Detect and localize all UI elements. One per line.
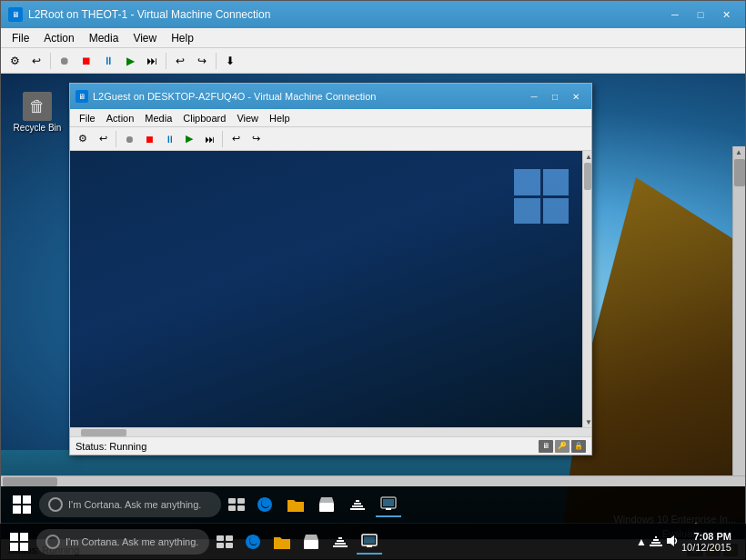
outer-cortana-icon (48, 497, 63, 512)
host-vm-active-icon[interactable] (357, 529, 382, 555)
recycle-bin-image: 🗑 (23, 92, 52, 121)
outer-minimize-button[interactable]: ─ (663, 5, 687, 24)
inner-toolbar-next[interactable]: ⏭ (200, 130, 218, 148)
outer-vm-scroll-thumb[interactable] (734, 159, 745, 186)
host-cortana-icon (45, 535, 60, 549)
inner-menu-media[interactable]: Media (139, 112, 177, 125)
svg-rect-35 (335, 543, 346, 545)
outer-folder-icon[interactable] (283, 492, 308, 517)
inner-scrollbar-thumb[interactable] (584, 163, 591, 190)
svg-rect-32 (217, 543, 224, 548)
inner-title-bar: 🖥 L2Guest on DESKTOP-A2FUQ4O - Virtual M… (70, 84, 591, 109)
outer-hscroll-thumb (3, 477, 57, 486)
svg-rect-16 (228, 505, 236, 511)
outer-window-title: L2Root on THEOT-1 - Virtual Machine Conn… (28, 8, 663, 21)
menu-item-action[interactable]: Action (36, 30, 81, 46)
toolbar-settings-btn[interactable]: ⚙ (5, 51, 25, 71)
inner-toolbar-back[interactable]: ↩ (227, 130, 245, 148)
toolbar-next-btn[interactable]: ⏭ (142, 51, 162, 71)
inner-toolbar-play[interactable]: ▶ (180, 130, 198, 148)
host-network-icon[interactable] (328, 529, 353, 555)
svg-rect-14 (228, 498, 236, 504)
inner-maximize-button[interactable]: □ (545, 88, 565, 105)
host-edge-icon[interactable] (240, 529, 266, 555)
inner-status-icons: 🖥 🔑 🔒 (539, 440, 586, 453)
toolbar-download-btn[interactable]: ⬇ (220, 51, 240, 71)
inner-toolbar-pause[interactable]: ⏸ (160, 130, 178, 148)
svg-rect-37 (337, 540, 344, 542)
toolbar-forward-btn[interactable]: ↪ (192, 51, 212, 71)
toolbar-undo-btn[interactable]: ↩ (26, 51, 46, 71)
outer-start-button[interactable] (8, 491, 35, 518)
inner-vm-screen[interactable]: I'm Cortana. Ask me anything. (70, 151, 582, 427)
inner-scroll-up-arrow[interactable]: ▲ (583, 151, 591, 162)
toolbar-play-btn[interactable]: ▶ (120, 51, 140, 71)
outer-scroll-up[interactable]: ▲ (733, 146, 744, 157)
inner-vm-window: 🖥 L2Guest on DESKTOP-A2FUQ4O - Virtual M… (69, 83, 592, 455)
inner-hscroll-thumb (81, 429, 126, 436)
inner-close-button[interactable]: ✕ (566, 88, 586, 105)
inner-toolbar-record[interactable]: ⏺ (120, 130, 138, 148)
inner-toolbar-forward[interactable]: ↪ (247, 130, 265, 148)
host-store-icon[interactable] (298, 529, 324, 555)
outer-toolbar: ⚙ ↩ ⏺ ⏹ ⏸ ▶ ⏭ ↩ ↪ ⬇ (1, 48, 745, 74)
svg-rect-33 (226, 543, 233, 548)
menu-item-media[interactable]: Media (82, 30, 126, 46)
host-start-button[interactable] (5, 528, 33, 555)
inner-toolbar-stop[interactable]: ⏹ (140, 130, 158, 148)
recycle-bin-icon[interactable]: 🗑 Recycle Bin (10, 92, 65, 133)
outer-vm-taskbar-icon[interactable] (376, 492, 401, 517)
toolbar-record-btn[interactable]: ⏺ (55, 51, 75, 71)
outer-scrollbar-horizontal[interactable] (1, 475, 745, 486)
outer-task-view-button[interactable] (225, 493, 248, 516)
inner-minimize-button[interactable]: ─ (524, 88, 544, 105)
host-clock[interactable]: 7:08 PM 10/12/2015 (681, 531, 731, 553)
outer-cortana-search[interactable]: I'm Cortana. Ask me anything. (39, 492, 221, 517)
inner-toolbar: ⚙ ↩ ⏺ ⏹ ⏸ ▶ ⏭ ↩ ↪ (70, 127, 591, 151)
svg-rect-45 (655, 536, 657, 538)
host-tray-volume[interactable] (665, 535, 678, 550)
toolbar-pause-btn[interactable]: ⏸ (98, 51, 118, 71)
host-tray-chevron[interactable]: ▲ (636, 535, 647, 548)
svg-rect-36 (333, 545, 348, 547)
outer-cortana-text: I'm Cortana. Ask me anything. (68, 499, 201, 510)
inner-menu-file[interactable]: File (74, 112, 101, 125)
toolbar-back-btn[interactable]: ↩ (170, 51, 190, 71)
inner-scroll-down-arrow[interactable]: ▼ (583, 416, 591, 427)
menu-item-view[interactable]: View (126, 30, 164, 46)
outer-store-icon[interactable] (314, 492, 339, 517)
svg-rect-15 (237, 498, 245, 504)
host-date: 10/12/2015 (681, 542, 731, 553)
host-folder-icon[interactable] (269, 529, 295, 555)
inner-menu-help[interactable]: Help (264, 112, 296, 125)
outer-maximize-button[interactable]: □ (689, 5, 712, 24)
outer-vm-window: 🖥 L2Root on THEOT-1 - Virtual Machine Co… (0, 0, 746, 560)
inner-window-title: L2Guest on DESKTOP-A2FUQ4O - Virtual Mac… (93, 91, 524, 102)
outer-network-icon[interactable] (345, 492, 370, 517)
outer-edge-icon[interactable] (252, 492, 277, 517)
outer-vm-scrollbar-right[interactable]: ▲ (732, 146, 745, 475)
host-systray: ▲ (636, 535, 678, 550)
svg-rect-27 (20, 533, 28, 541)
inner-toolbar-undo[interactable]: ↩ (94, 130, 112, 148)
outer-close-button[interactable]: ✕ (714, 5, 738, 24)
inner-scrollbar-right[interactable]: ▲ ▼ (582, 151, 591, 427)
inner-scrollbar-bottom[interactable] (70, 427, 591, 436)
menu-item-file[interactable]: File (5, 30, 36, 46)
outer-menu-bar: File Action Media View Help (1, 28, 745, 48)
inner-menu-action[interactable]: Action (101, 112, 140, 125)
inner-toolbar-settings[interactable]: ⚙ (74, 130, 92, 148)
menu-item-help[interactable]: Help (164, 30, 201, 46)
win10-tile-1 (514, 169, 540, 195)
host-cortana-search[interactable]: I'm Cortana. Ask me anything. (36, 529, 209, 555)
inner-status-bar: Status: Running 🖥 🔑 🔒 (70, 436, 591, 455)
inner-menu-view[interactable]: View (231, 112, 264, 125)
host-task-view-button[interactable] (213, 530, 237, 554)
inner-lock-icon: 🔒 (571, 440, 586, 453)
inner-menu-clipboard[interactable]: Clipboard (177, 112, 231, 125)
host-systray-area: ▲ 7:08 PM 10/12/2015 (636, 531, 741, 553)
toolbar-stop-btn[interactable]: ⏹ (76, 51, 96, 71)
outer-vm-icon: 🖥 (8, 7, 23, 22)
host-tray-network[interactable] (650, 535, 662, 550)
svg-rect-30 (217, 535, 224, 541)
